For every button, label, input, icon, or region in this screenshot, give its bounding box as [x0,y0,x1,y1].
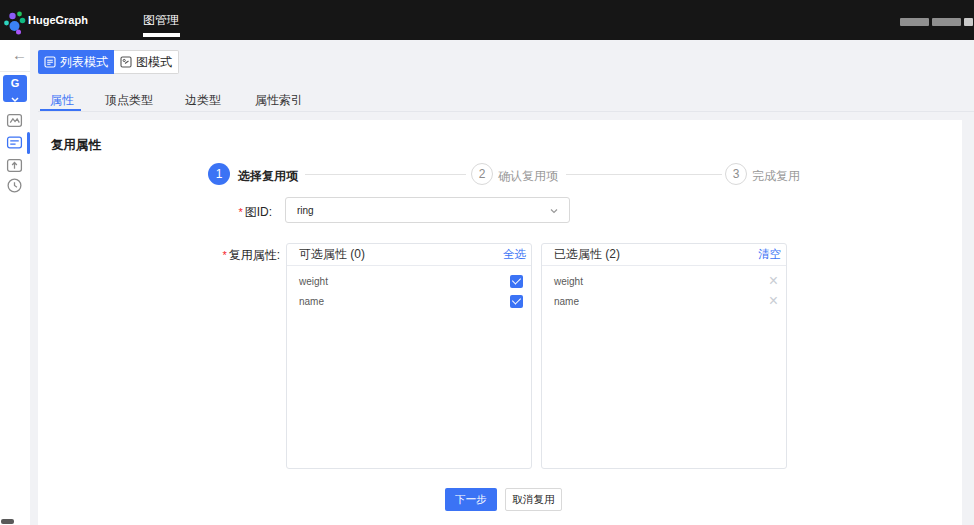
remove-icon[interactable]: × [769,294,778,308]
checkbox-checked[interactable] [510,295,523,308]
checkbox-checked[interactable] [510,275,523,288]
graph-id-label: *图ID: [152,204,272,221]
step-3-label: 完成复用 [752,168,800,185]
tab-active-underline [40,109,81,111]
step-2-label: 确认复用项 [498,168,558,185]
transfer-target-header: 已选属性 (2) 清空 [542,244,786,266]
chevron-down-icon [549,206,559,216]
transfer-target-panel: 已选属性 (2) 清空 weight × name × [541,243,787,469]
transfer-source-title: 可选属性 (0) [299,246,365,263]
tab-properties[interactable]: 属性 [50,92,74,109]
transfer-source-row: weight [287,271,531,291]
list-mode-icon [44,56,56,68]
mode-toggle: 列表模式 图模式 [38,50,179,74]
sidebar: ← G [0,40,30,525]
step-1-circle: 1 [208,163,230,185]
brand-title: HugeGraph [28,14,88,26]
scrollbar-thumb[interactable] [1,519,14,524]
history-icon[interactable] [6,177,23,194]
transfer-target-title: 已选属性 (2) [554,246,620,263]
list-mode-button[interactable]: 列表模式 [38,50,114,74]
transfer-target-row: name × [542,291,786,311]
graph-id-value: ring [297,205,314,216]
clear-all-link[interactable]: 清空 [758,247,781,262]
nav-active-underline [143,33,180,37]
upload-icon[interactable] [6,157,23,174]
graph-selector[interactable]: G [3,75,27,102]
cancel-reuse-button[interactable]: 取消复用 [505,488,562,511]
tab-property-indexes[interactable]: 属性索引 [255,92,303,109]
step-connector [305,174,466,175]
chevron-down-icon [10,96,20,104]
remove-icon[interactable]: × [769,274,778,288]
top-bar: HugeGraph 图管理 [0,0,974,40]
transfer-source-row: name [287,291,531,311]
redacted-account-info [900,18,929,26]
graph-mode-button[interactable]: 图模式 [114,50,179,74]
transfer-source-panel: 可选属性 (0) 全选 weight name [286,243,532,469]
step-1-label: 选择复用项 [238,168,298,185]
reuse-properties-label: *复用属性: [160,247,280,264]
redacted-account-info [964,18,973,26]
tab-edge-types[interactable]: 边类型 [185,92,221,109]
graph-id-select[interactable]: ring [285,197,570,223]
page-title: 复用属性 [51,137,101,154]
select-all-link[interactable]: 全选 [503,247,526,262]
tab-vertex-types[interactable]: 顶点类型 [105,92,153,109]
transfer-target-row: weight × [542,271,786,291]
step-connector [566,174,722,175]
back-arrow-icon[interactable]: ← [12,48,27,62]
graph-mode-icon [120,56,132,68]
next-step-button[interactable]: 下一步 [445,488,497,511]
tabbar-border [38,111,974,112]
transfer-source-header: 可选属性 (0) 全选 [287,244,531,266]
step-3-circle: 3 [725,163,747,185]
sidebar-divider [0,71,30,72]
redacted-account-info [932,18,961,26]
step-2-circle: 2 [471,163,493,185]
sidebar-active-indicator [27,132,30,154]
metadata-icon[interactable] [6,134,23,151]
gallery-icon[interactable] [6,112,23,129]
